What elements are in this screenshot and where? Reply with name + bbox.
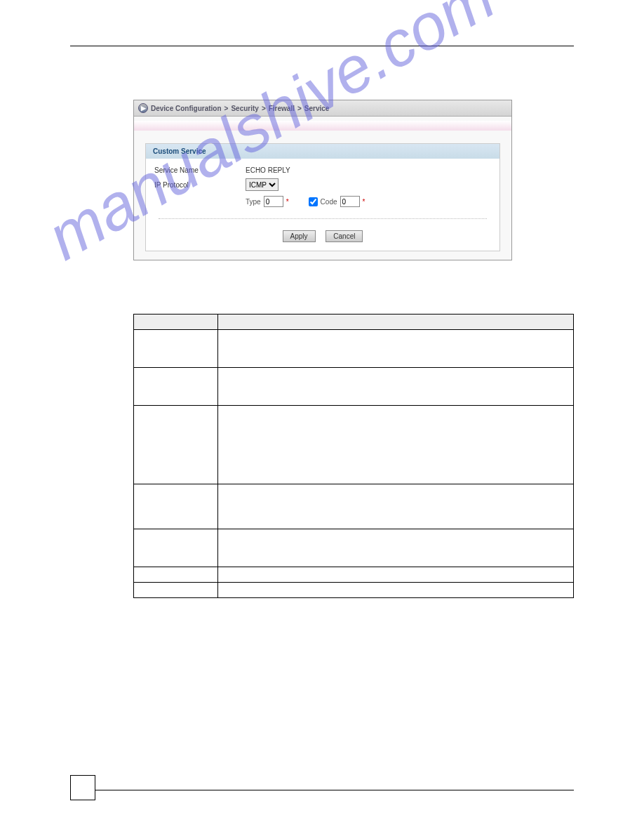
decorative-stripe	[134, 121, 511, 131]
router-ui-screenshot: ▶ Device Configuration > Security > Fire…	[133, 100, 512, 260]
required-mark: *	[286, 198, 289, 206]
breadcrumb-seg-3[interactable]: Service	[304, 105, 330, 112]
table-cell	[134, 368, 218, 406]
breadcrumb-sep: >	[297, 105, 302, 112]
description-table	[133, 314, 574, 598]
breadcrumb-icon: ▶	[138, 103, 148, 113]
breadcrumb-sep: >	[262, 105, 266, 112]
table-cell	[218, 406, 574, 484]
table-cell	[134, 406, 218, 484]
service-name-label: Service Name	[154, 166, 246, 174]
ip-protocol-label: IP Protocol	[154, 181, 246, 189]
ip-protocol-row: IP Protocol ICMP	[146, 176, 499, 193]
table-cell	[218, 368, 574, 406]
table-cell	[134, 583, 218, 598]
breadcrumb-seg-2[interactable]: Firewall	[269, 105, 295, 112]
cancel-button[interactable]: Cancel	[326, 230, 363, 242]
table-cell	[134, 484, 218, 529]
breadcrumb: ▶ Device Configuration > Security > Fire…	[134, 100, 511, 117]
panel-title: Custom Service	[146, 144, 499, 159]
service-name-row: Service Name ECHO REPLY	[146, 164, 499, 176]
code-input[interactable]	[340, 196, 360, 207]
table-cell	[218, 567, 574, 583]
dotted-separator	[159, 218, 487, 219]
table-cell	[134, 529, 218, 567]
button-row: Apply Cancel	[146, 226, 499, 244]
breadcrumb-seg-0[interactable]: Device Configuration	[151, 105, 222, 112]
top-divider	[70, 46, 574, 46]
type-label: Type	[246, 198, 261, 206]
breadcrumb-sep: >	[224, 105, 229, 112]
required-mark: *	[363, 198, 365, 206]
table-header-0	[134, 315, 218, 330]
table-cell	[218, 583, 574, 598]
footer-divider	[70, 790, 574, 790]
page-number-box	[70, 775, 95, 800]
type-code-row: Type * Code *	[146, 193, 499, 210]
code-checkbox[interactable]	[309, 197, 318, 206]
apply-button[interactable]: Apply	[283, 230, 316, 242]
service-name-value: ECHO REPLY	[246, 166, 290, 174]
custom-service-panel: Custom Service Service Name ECHO REPLY I…	[145, 143, 500, 251]
ip-protocol-select[interactable]: ICMP	[246, 178, 279, 191]
table-cell	[218, 330, 574, 368]
table-cell	[218, 529, 574, 567]
table-cell	[134, 330, 218, 368]
table-header-1	[218, 315, 574, 330]
type-input[interactable]	[264, 196, 283, 207]
table-cell	[134, 567, 218, 583]
table-cell	[218, 484, 574, 529]
code-label: Code	[321, 198, 337, 206]
breadcrumb-seg-1[interactable]: Security	[231, 105, 258, 112]
